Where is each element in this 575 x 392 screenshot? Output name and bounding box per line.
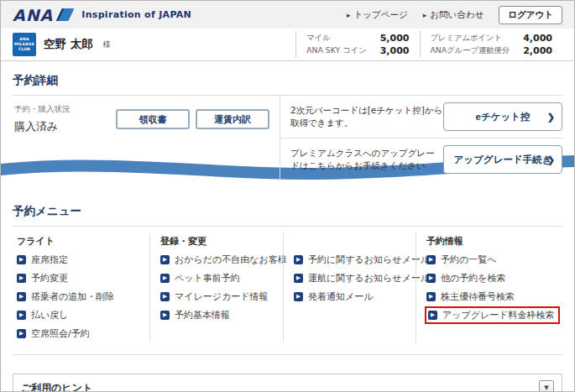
menu-item-wrap: ▶予約基本情報 [160, 309, 230, 321]
hints-expand-button[interactable]: ▼ [539, 380, 554, 392]
status-label: 予約・購入状況 [14, 104, 71, 115]
stat-value: 5,000 [380, 33, 410, 44]
menu-item[interactable]: ▶予約の一覧へ [426, 250, 560, 269]
status-value: 購入済み [14, 119, 71, 134]
menu-item[interactable]: ▶座席指定 [17, 250, 141, 269]
menu-item[interactable]: ▶おからだの不自由なお客様 [160, 250, 274, 269]
menu-item-wrap: ▶株主優待番号検索 [426, 290, 515, 303]
upgrade-button[interactable]: アップグレード手続き ❯ [443, 145, 562, 174]
menu-item[interactable]: ▶他の予約を検索 [426, 269, 560, 287]
menu-item[interactable]: ▶発着通知メール [294, 287, 407, 306]
menu-item[interactable]: ▶運航に関するお知らせメール [294, 269, 407, 287]
receipt-button[interactable]: 領収書 [116, 109, 190, 129]
menu-item-label: 予約の一覧へ [441, 253, 497, 266]
menu-item-wrap: ▶予約に関するお知らせメール [294, 253, 430, 266]
ana-logo: ANA Inspiration of JAPAN [13, 6, 191, 24]
menu-item-label: 発着通知メール [308, 290, 374, 303]
play-arrow-icon: ▶ [17, 329, 26, 338]
stat-label: プレミアムポイント [431, 33, 510, 44]
detail-actions-block: 2次元バーコードは[eチケット控]から取得できます。 eチケット控 ❯ プレミア… [280, 96, 562, 180]
stat-group-miles: マイル 5,000 ANA SKY コイン 3,000 [295, 31, 419, 58]
menu-item-wrap: ▶空席照会/予約 [17, 327, 90, 340]
menu-item-label: マイレージカード情報 [175, 290, 269, 303]
menu-item[interactable]: ▶予約に関するお知らせメール [294, 250, 407, 269]
fare-breakdown-button[interactable]: 運賃内訳 [196, 109, 269, 129]
eticket-note: 2次元バーコードは[eチケット控]から取得できます。 [290, 104, 443, 128]
menu-item[interactable]: ▶払い戻し [17, 306, 141, 324]
menu-column-header: 予約情報 [426, 233, 560, 250]
menu-item-label: アップグレード料金枠検索 [442, 309, 555, 321]
chevron-right-icon: ❯ [547, 154, 555, 165]
menu-item-label: 予約変更 [31, 272, 68, 285]
menu-column-header [294, 233, 407, 250]
menu-item-label: おからだの不自由なお客様 [175, 253, 287, 266]
play-arrow-icon: ▶ [426, 255, 436, 264]
play-arrow-icon: ▶ [160, 292, 170, 301]
bullet-arrow-icon: ▸ [347, 11, 351, 19]
menu-item-wrap: ▶運航に関するお知らせメール [294, 272, 430, 285]
mileage-stats: マイル 5,000 ANA SKY コイン 3,000 プレミアムポイント 4,… [295, 31, 562, 58]
play-arrow-icon: ▶ [426, 292, 436, 301]
usage-hints-bar: ご利用のヒント ▼ [13, 374, 562, 392]
menu-item-wrap: ▶座席指定 [17, 253, 68, 266]
ana-logo-text: ANA [13, 6, 53, 24]
play-arrow-icon: ▶ [160, 311, 170, 320]
ana-logo-slash-icon [56, 8, 75, 21]
document-buttons: 領収書 運賃内訳 [116, 109, 269, 180]
menu-item-wrap: ▶払い戻し [17, 309, 69, 321]
menu-list: ▶予約に関するお知らせメール▶運航に関するお知らせメール▶発着通知メール [294, 250, 407, 306]
menu-item-wrap: ▶予約の一覧へ [426, 253, 497, 266]
contact-link[interactable]: ▸ お問い合わせ [423, 9, 484, 21]
usage-hints-title: ご利用のヒント [21, 381, 92, 392]
menu-item[interactable]: ▶ペット事前予約 [160, 269, 274, 287]
menu-item[interactable]: ▶予約変更 [17, 269, 141, 287]
menu-column-mail: ▶予約に関するお知らせメール▶運航に関するお知らせメール▶発着通知メール [283, 233, 416, 342]
menu-item-label: 他の予約を検索 [441, 272, 506, 285]
menu-column-reservation-info: 予約情報 ▶予約の一覧へ▶他の予約を検索▶株主優待番号検索▶アップグレード料金枠… [416, 233, 568, 342]
menu-list: ▶おからだの不自由なお客様▶ペット事前予約▶マイレージカード情報▶予約基本情報 [160, 250, 274, 324]
menu-item-wrap: ▶ペット事前予約 [160, 272, 240, 285]
bullet-arrow-icon: ▸ [423, 11, 427, 19]
amc-badge-icon: ANA MILEAGE CLUB [13, 33, 36, 56]
menu-item-label: 座席指定 [31, 253, 68, 266]
stat-label: ANAグループ運航便分 [431, 45, 510, 56]
menu-item-wrap: ▶マイレージカード情報 [160, 290, 269, 303]
top-links: ▸ トップページ ▸ お問い合わせ ログアウト [347, 6, 562, 24]
ana-reservation-page: ANA Inspiration of JAPAN ▸ トップページ ▸ お問い合… [0, 0, 575, 392]
play-arrow-icon: ▶ [294, 274, 303, 283]
menu-list: ▶座席指定▶予約変更▶搭乗者の追加・削除▶払い戻し▶空席照会/予約 [17, 250, 141, 342]
member-name: 空野 太郎 [44, 37, 93, 52]
play-arrow-icon: ▶ [294, 255, 303, 264]
top-page-link[interactable]: ▸ トップページ [347, 9, 408, 21]
play-arrow-icon: ▶ [17, 255, 26, 264]
purchase-status-block: 予約・購入状況 購入済み 領収書 運賃内訳 [13, 96, 280, 180]
menu-item-wrap: ▶予約変更 [17, 272, 68, 285]
menu-item-label: 予約基本情報 [175, 309, 230, 321]
menu-item[interactable]: ▶空席照会/予約 [17, 324, 141, 342]
logout-button[interactable]: ログアウト [499, 6, 562, 24]
amc-badge-line: CLUB [18, 47, 30, 52]
menu-list: ▶予約の一覧へ▶他の予約を検索▶株主優待番号検索▶アップグレード料金枠検索 [426, 250, 560, 324]
play-arrow-icon: ▶ [17, 274, 26, 283]
menu-item-wrap: ▶おからだの不自由なお客様 [160, 253, 287, 266]
stat-group-points: プレミアムポイント 4,000 ANAグループ運航便分 2,000 [420, 31, 563, 58]
chevron-right-icon: ❯ [547, 112, 555, 123]
menu-item[interactable]: ▶搭乗者の追加・削除 [17, 287, 141, 306]
reservation-menu: フライト ▶座席指定▶予約変更▶搭乗者の追加・削除▶払い戻し▶空席照会/予約 登… [13, 227, 562, 355]
play-arrow-icon: ▶ [17, 311, 26, 320]
top-page-link-label: トップページ [354, 9, 408, 21]
menu-item-label: 払い戻し [31, 309, 69, 321]
menu-item[interactable]: ▶株主優待番号検索 [426, 287, 560, 306]
menu-item-label: ペット事前予約 [175, 272, 240, 285]
reservation-detail-section: 予約・購入状況 購入済み 領収書 運賃内訳 2次元バーコードは[eチケット控]か… [13, 96, 562, 180]
play-arrow-icon: ▶ [294, 292, 303, 301]
menu-item-label: 搭乗者の追加・削除 [31, 290, 114, 303]
play-arrow-icon: ▶ [17, 292, 26, 301]
menu-column-header: フライト [17, 233, 141, 250]
menu-column-flight: フライト ▶座席指定▶予約変更▶搭乗者の追加・削除▶払い戻し▶空席照会/予約 [13, 233, 149, 342]
menu-item[interactable]: ▶アップグレード料金枠検索 [426, 306, 560, 324]
upgrade-button-label: アップグレード手続き [454, 154, 552, 166]
menu-item[interactable]: ▶予約基本情報 [160, 306, 274, 324]
eticket-button[interactable]: eチケット控 ❯ [443, 102, 562, 131]
menu-item[interactable]: ▶マイレージカード情報 [160, 287, 274, 306]
